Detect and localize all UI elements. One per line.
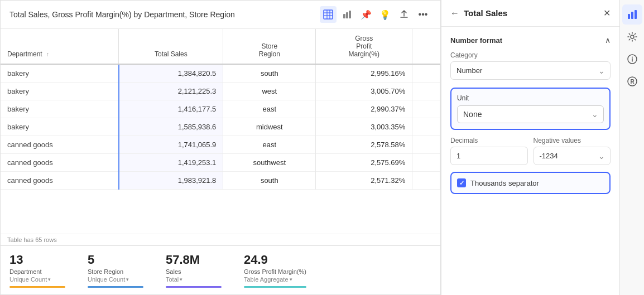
back-arrow[interactable]: ← [450, 8, 459, 18]
table-row: bakery1,585,938.6midwest3,003.35% [1, 118, 440, 136]
table-cell: 1,384,820.5 [119, 64, 223, 83]
category-select-wrapper: Number [450, 61, 611, 80]
table-cell: bakery [1, 118, 119, 136]
table-cell: bakery [1, 64, 119, 83]
table-icon-btn[interactable] [320, 6, 337, 23]
table-cell: 2,990.37% [316, 100, 412, 118]
summary-label: Sales [166, 268, 222, 275]
right-panel: ← Total Sales ✕ Number format ∧ Category… [441, 0, 619, 295]
table-container: Department ↑ Total Sales StoreRegion Gro… [1, 29, 440, 234]
summary-underline [244, 286, 306, 288]
settings-sidebar-icon[interactable] [622, 27, 642, 47]
summary-item-1: 5 Store Region Unique Count ▾ [88, 253, 143, 288]
svg-rect-8 [628, 14, 630, 19]
col-header-total-sales[interactable]: Total Sales [119, 29, 223, 64]
summary-sublabel: Unique Count ▾ [88, 276, 143, 283]
chart-title: Total Sales, Gross Profit Margin(%) by D… [9, 10, 235, 19]
table-cell: south [223, 172, 316, 190]
summary-bar: 13 Department Unique Count ▾ 5 Store Reg… [1, 245, 440, 294]
data-table: Department ↑ Total Sales StoreRegion Gro… [1, 29, 440, 190]
negative-select[interactable]: -1234 [534, 147, 611, 165]
table-cell: bakery [1, 83, 119, 100]
negative-select-wrapper: -1234 [534, 147, 611, 165]
summary-value: 57.8M [166, 253, 222, 267]
r-sidebar-icon[interactable]: R [622, 71, 642, 91]
bar-chart-icon-btn[interactable] [339, 6, 355, 23]
decimals-label: Decimals [450, 137, 528, 144]
table-cell: 2,995.16% [316, 64, 412, 83]
table-cell: 1,585,938.6 [119, 118, 223, 136]
table-cell: 1,983,921.8 [119, 172, 223, 190]
icon-sidebar: R [619, 0, 644, 295]
summary-item-0: 13 Department Unique Count ▾ [9, 253, 65, 288]
unit-label: Unit [457, 94, 604, 102]
chart-sidebar-icon[interactable] [622, 4, 642, 25]
header-icons: 📌 💡 ••• [320, 6, 431, 23]
check-mark: ✓ [459, 180, 464, 187]
collapse-button[interactable]: ∧ [605, 36, 611, 45]
svg-point-11 [631, 35, 634, 38]
table-row: canned goods1,983,921.8south2,571.32% [1, 172, 440, 190]
decimals-field: Decimals [450, 137, 528, 165]
table-cell: canned goods [1, 154, 119, 172]
table-row: canned goods1,741,065.9east2,578.58% [1, 136, 440, 154]
table-cell: bakery [1, 100, 119, 118]
summary-label: Store Region [88, 268, 143, 275]
unit-select[interactable]: None [457, 105, 604, 123]
close-button[interactable]: ✕ [603, 8, 611, 18]
sort-icon: ↑ [46, 51, 49, 57]
col-header-gross-profit[interactable]: GrossProfitMargin(%) [316, 29, 412, 64]
thousands-checkbox[interactable]: ✓ [457, 178, 466, 187]
table-cell: east [223, 136, 316, 154]
panel-title: Total Sales [464, 8, 507, 18]
thousands-label: Thousands separator [470, 179, 539, 187]
svg-rect-0 [324, 10, 333, 19]
svg-rect-6 [346, 12, 348, 18]
main-content: Total Sales, Gross Profit Margin(%) by D… [0, 0, 441, 295]
table-cell: 1,419,253.1 [119, 154, 223, 172]
table-cell: west [223, 83, 316, 100]
pin-icon-btn[interactable]: 📌 [358, 6, 374, 23]
more-icon-btn[interactable]: ••• [415, 6, 431, 23]
summary-label: Department [9, 268, 65, 275]
table-cell: southwest [223, 154, 316, 172]
table-cell-empty [412, 83, 440, 100]
chevron-down-icon: ▾ [48, 277, 51, 282]
col-header-empty [412, 29, 440, 64]
negative-values-field: Negative values -1234 [534, 137, 611, 165]
summary-underline [9, 286, 65, 288]
unit-select-wrapper: None [457, 105, 604, 123]
svg-rect-10 [635, 10, 637, 19]
chevron-down-icon: ▾ [126, 277, 129, 282]
table-cell: south [223, 64, 316, 83]
section-header: Number format ∧ [450, 36, 611, 45]
table-cell: 3,003.35% [316, 118, 412, 136]
lightbulb-icon-btn[interactable]: 💡 [377, 6, 393, 23]
summary-value: 13 [9, 253, 65, 267]
table-cell: east [223, 100, 316, 118]
decimals-input[interactable] [450, 147, 528, 165]
table-cell: canned goods [1, 172, 119, 190]
share-icon-btn[interactable] [396, 6, 412, 23]
summary-underline [88, 286, 143, 288]
summary-sublabel: Total ▾ [166, 276, 222, 283]
summary-label: Gross Profit Margin(%) [244, 268, 306, 275]
svg-text:R: R [630, 79, 635, 85]
info-sidebar-icon[interactable] [622, 49, 642, 69]
col-header-store-region[interactable]: StoreRegion [223, 29, 316, 64]
summary-value: 5 [88, 253, 143, 267]
category-select[interactable]: Number [450, 61, 611, 80]
table-cell: 2,578.58% [316, 136, 412, 154]
table-cell: 1,741,065.9 [119, 136, 223, 154]
col-header-department[interactable]: Department ↑ [1, 29, 119, 64]
panel-title-container: ← Total Sales [450, 8, 507, 18]
thousands-section[interactable]: ✓ Thousands separator [450, 172, 611, 194]
svg-rect-5 [343, 14, 345, 18]
svg-point-14 [632, 57, 633, 58]
table-cell: midwest [223, 118, 316, 136]
unit-section: Unit None [450, 88, 611, 130]
table-cell: 2,571.32% [316, 172, 412, 190]
summary-item-3: 24.9 Gross Profit Margin(%) Table Aggreg… [244, 253, 306, 288]
summary-value: 24.9 [244, 253, 306, 267]
section-title: Number format [450, 36, 502, 45]
